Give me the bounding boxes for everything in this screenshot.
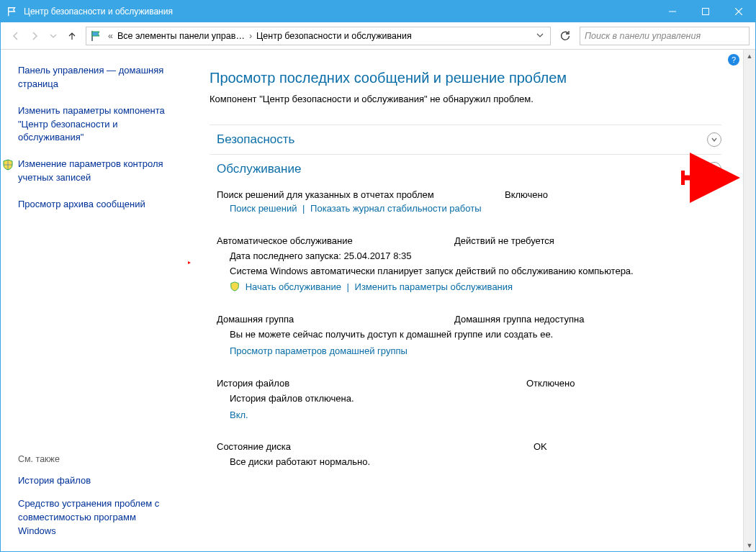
breadcrumb-prefix: « xyxy=(105,31,116,41)
sidebar-link-uac[interactable]: Изменение параметров контроля учетных за… xyxy=(2,158,176,185)
address-dropdown-button[interactable] xyxy=(533,31,547,41)
close-button[interactable] xyxy=(722,1,755,22)
item-label: Поиск решений для указанных в отчетах пр… xyxy=(217,189,505,200)
flag-icon xyxy=(6,6,18,17)
sidebar-item-label: Изменение параметров контроля учетных за… xyxy=(18,158,176,185)
item-status: Включено xyxy=(505,189,548,200)
item-detail-line: Все диски работают нормально. xyxy=(230,455,721,470)
see-also-label: См. также xyxy=(18,454,176,464)
item-detail-line: Вы не можете сейчас получить доступ к до… xyxy=(230,327,721,343)
link-search-solutions[interactable]: Поиск решений xyxy=(230,203,297,214)
annotation-arrow xyxy=(188,250,195,278)
search-box[interactable] xyxy=(580,27,750,45)
separator: | xyxy=(300,203,307,214)
toolbar: « Все элементы панели управ… › Центр без… xyxy=(1,22,755,50)
shield-icon xyxy=(2,159,14,171)
refresh-button[interactable] xyxy=(555,27,575,45)
item-label: История файлов xyxy=(217,378,526,389)
item-detail-line: История файлов отключена. xyxy=(230,392,721,407)
sidebar-link-archive[interactable]: Просмотр архива сообщений xyxy=(18,198,176,212)
maintenance-item-homegroup: Домашняя группа Домашняя группа недоступ… xyxy=(210,308,721,365)
chevron-down-icon[interactable] xyxy=(707,132,721,147)
page-heading: Просмотр последних сообщений и решение п… xyxy=(210,70,721,86)
content-area: ? Панель управления — домашняя страница … xyxy=(1,50,755,551)
item-status: Домашняя группа недоступна xyxy=(454,314,584,325)
shield-icon xyxy=(230,281,240,291)
chevron-right-icon: › xyxy=(246,31,255,41)
item-label: Автоматическое обслуживание xyxy=(217,235,454,246)
maintenance-item-auto: Автоматическое обслуживание Действий не … xyxy=(210,230,721,301)
chevron-up-icon[interactable] xyxy=(707,162,721,176)
sidebar-link-home[interactable]: Панель управления — домашняя страница xyxy=(18,64,176,91)
nav-recent-button[interactable] xyxy=(44,27,63,45)
sidebar-seealso-filehistory[interactable]: История файлов xyxy=(18,474,176,488)
section-maintenance[interactable]: Обслуживание xyxy=(210,154,721,184)
item-status: Действий не требуется xyxy=(454,235,554,246)
titlebar: Центр безопасности и обслуживания xyxy=(1,1,755,22)
sidebar: Панель управления — домашняя страница Из… xyxy=(1,50,188,551)
item-status: Отключено xyxy=(526,378,575,389)
link-change-maintenance-settings[interactable]: Изменить параметры обслуживания xyxy=(355,281,513,292)
nav-forward-button[interactable] xyxy=(25,27,44,45)
vertical-scrollbar[interactable]: ▲ ▼ xyxy=(743,50,755,551)
scroll-up-button[interactable]: ▲ xyxy=(744,50,756,62)
minimize-button[interactable] xyxy=(656,1,689,22)
section-title: Обслуживание xyxy=(210,162,707,176)
svg-rect-1 xyxy=(703,9,709,15)
link-start-maintenance[interactable]: Начать обслуживание xyxy=(246,281,341,292)
section-security[interactable]: Безопасность xyxy=(210,125,721,154)
maintenance-item-reports: Поиск решений для указанных в отчетах пр… xyxy=(210,184,721,222)
maximize-button[interactable] xyxy=(689,1,722,22)
sidebar-link-change-settings[interactable]: Изменить параметры компонента "Центр без… xyxy=(18,104,176,145)
link-reliability-log[interactable]: Показать журнал стабильности работы xyxy=(310,203,481,214)
breadcrumb-item[interactable]: Центр безопасности и обслуживания xyxy=(255,31,413,41)
window: Центр безопасности и обслуживания « Все … xyxy=(0,0,756,552)
section-title: Безопасность xyxy=(210,132,707,147)
breadcrumb-item[interactable]: Все элементы панели управ… xyxy=(116,31,246,41)
main-content: Просмотр последних сообщений и решение п… xyxy=(188,50,743,551)
nav-up-button[interactable] xyxy=(63,27,81,45)
item-label: Домашняя группа xyxy=(217,314,454,325)
flag-icon xyxy=(89,30,102,42)
search-input[interactable] xyxy=(585,31,744,41)
nav-back-button[interactable] xyxy=(6,27,25,45)
window-title: Центр безопасности и обслуживания xyxy=(24,6,173,17)
scroll-down-button[interactable]: ▼ xyxy=(744,539,756,551)
item-status: OK xyxy=(534,441,547,452)
maintenance-item-filehistory: История файлов Отключено История файлов … xyxy=(210,372,721,429)
link-homegroup-settings[interactable]: Просмотр параметров домашней группы xyxy=(230,345,408,356)
sidebar-seealso-compat[interactable]: Средство устранения проблем с совместимо… xyxy=(18,497,176,538)
page-subtitle: Компонент "Центр безопасности и обслужив… xyxy=(210,94,721,104)
item-detail-line: Система Windows автоматически планирует … xyxy=(230,264,721,279)
item-detail-line: Дата последнего запуска: 25.04.2017 8:35 xyxy=(230,249,721,264)
link-enable-filehistory[interactable]: Вкл. xyxy=(230,410,248,420)
address-bar[interactable]: « Все элементы панели управ… › Центр без… xyxy=(86,27,551,45)
item-label: Состояние диска xyxy=(217,441,534,452)
separator: | xyxy=(344,281,352,292)
maintenance-item-disk: Состояние диска OK Все диски работают но… xyxy=(210,435,721,476)
